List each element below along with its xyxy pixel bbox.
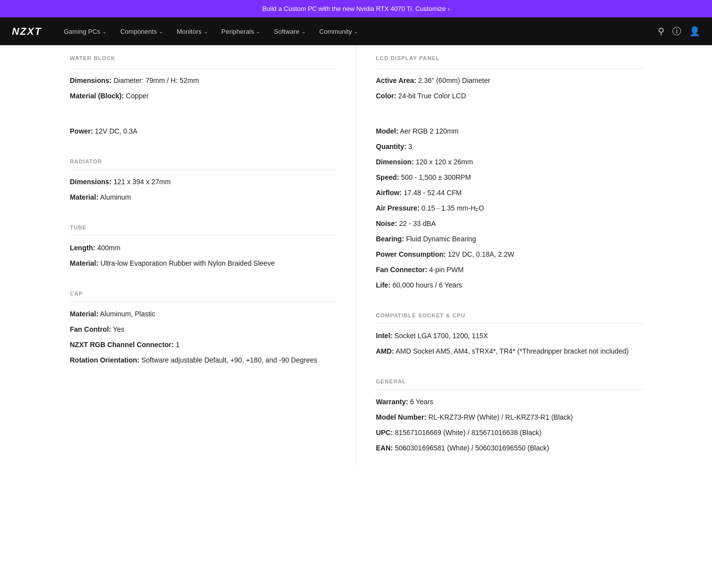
help-icon[interactable]: ⓘ	[672, 25, 681, 37]
general-upc: UPC: 815671016669 (White) / 815671016638…	[376, 428, 642, 438]
lcd-color-label: Color:	[376, 92, 396, 100]
nav-item-software[interactable]: Software ⌄	[268, 17, 311, 45]
water-block-dimensions: Dimensions: Diameter: 79mm / H: 52mm	[70, 75, 336, 86]
navbar-actions: ⚲ ⓘ 👤	[658, 25, 700, 37]
nav-item-components[interactable]: Components ⌄	[114, 17, 169, 45]
chevron-down-icon: ⌄	[204, 29, 208, 34]
cap-material-label: Material:	[70, 310, 99, 318]
compatible-socket-section: COMPATIBLE SOCKET & CPU Intel: Socket LG…	[376, 302, 642, 357]
tube-material-label: Material:	[70, 259, 99, 267]
right-column: LCD DISPLAY PANEL Active Area: 2.36" (60…	[356, 45, 642, 465]
logo[interactable]: NZXT	[12, 26, 42, 37]
nav-item-monitors[interactable]: Monitors ⌄	[171, 17, 214, 45]
tube-length: Length: 400mm	[70, 243, 336, 253]
socket-intel: Intel: Socket LGA 1700, 1200, 115X	[376, 331, 642, 341]
cap-divider	[70, 301, 336, 302]
fan-section: Model: Aer RGB 2 120mm Quantity: 3 Dimen…	[376, 116, 642, 291]
navbar: NZXT Gaming PCs ⌄ Components ⌄ Monitors …	[0, 17, 712, 45]
lcd-color: Color: 24-bit True Color LCD	[376, 91, 642, 101]
fan-power-consumption: Power Consumption: 12V DC, 0.18A, 2.2W	[376, 249, 642, 260]
fan-noise-label: Noise:	[376, 220, 397, 227]
cap-rgb-connector: NZXT RGB Channel Connector: 1	[70, 340, 336, 350]
nav-item-peripherals[interactable]: Peripherals ⌄	[216, 17, 266, 45]
fan-model-label: Model:	[376, 127, 398, 135]
socket-amd-label: AMD:	[376, 347, 395, 355]
fan-bearing-label: Bearing:	[376, 235, 404, 243]
chevron-down-icon: ⌄	[256, 29, 260, 34]
nav-label-components: Components	[120, 28, 157, 35]
tube-section: TUBE Length: 400mm Material: Ultra-low E…	[70, 215, 336, 269]
lcd-active-area-label: Active Area:	[376, 76, 416, 84]
general-title: GENERAL	[376, 378, 642, 384]
search-icon[interactable]: ⚲	[658, 26, 664, 37]
tube-title: TUBE	[70, 224, 336, 230]
lcd-title: LCD DISPLAY PANEL	[376, 55, 642, 61]
fan-airflow-label: Airflow:	[376, 189, 402, 197]
fan-quantity-label: Quantity:	[376, 143, 406, 150]
nav-label-community: Community	[319, 28, 352, 35]
tube-material: Material: Ultra-low Evaporation Rubber w…	[70, 258, 336, 269]
fan-speed: Speed: 500 - 1,500 ± 300RPM	[376, 172, 642, 183]
account-icon[interactable]: 👤	[689, 26, 700, 37]
water-block-divider	[70, 68, 336, 69]
water-block-section: WATER BLOCK Dimensions: Diameter: 79mm /…	[70, 45, 336, 116]
lcd-section: LCD DISPLAY PANEL Active Area: 2.36" (60…	[376, 45, 642, 116]
power-section: Power: 12V DC, 0.3A	[70, 116, 336, 137]
radiator-material: Material: Aluminum	[70, 192, 336, 203]
nav-item-community[interactable]: Community ⌄	[314, 17, 364, 45]
water-block-dimensions-label: Dimensions:	[70, 76, 112, 84]
socket-intel-label: Intel:	[376, 332, 393, 340]
water-block-material: Material (Block): Copper	[70, 91, 336, 101]
nav-label-peripherals: Peripherals	[222, 28, 254, 35]
nav-label-gaming-pcs: Gaming PCs	[64, 28, 100, 35]
fan-airflow: Airflow: 17.48 - 52.44 CFM	[376, 188, 642, 198]
radiator-dimensions-label: Dimensions:	[70, 178, 112, 186]
fan-noise: Noise: 22 - 33 dBA	[376, 219, 642, 229]
general-divider	[376, 389, 642, 390]
chevron-down-icon: ⌄	[159, 29, 163, 34]
chevron-down-icon: ⌄	[354, 29, 358, 34]
socket-amd: AMD: AMD Socket AM5, AM4, sTRX4*, TR4* (…	[376, 346, 642, 357]
compatible-socket-divider	[376, 323, 642, 324]
power-label: Power:	[70, 127, 93, 135]
nav-label-monitors: Monitors	[177, 28, 202, 35]
general-model-number-label: Model Number:	[376, 413, 427, 421]
cap-rgb-connector-label: NZXT RGB Channel Connector:	[70, 341, 174, 349]
fan-connector-label: Fan Connector:	[376, 266, 427, 274]
fan-connector: Fan Connector: 4-pin PWM	[376, 265, 642, 275]
compatible-socket-title: COMPATIBLE SOCKET & CPU	[376, 312, 642, 318]
page-content: WATER BLOCK Dimensions: Diameter: 79mm /…	[58, 45, 654, 465]
general-section: GENERAL Warranty: 6 Years Model Number: …	[376, 368, 642, 453]
tube-length-label: Length:	[70, 244, 95, 252]
general-warranty-label: Warranty:	[376, 398, 408, 406]
promo-banner[interactable]: Build a Custom PC with the new Nvidia RT…	[0, 0, 712, 17]
fan-bearing: Bearing: Fluid Dynamic Bearing	[376, 234, 642, 244]
promo-arrow: ›	[448, 5, 450, 12]
cap-title: CAP	[70, 291, 336, 296]
nav-item-gaming-pcs[interactable]: Gaming PCs ⌄	[58, 17, 112, 45]
chevron-down-icon: ⌄	[102, 29, 106, 34]
radiator-dimensions: Dimensions: 121 x 394 x 27mm	[70, 177, 336, 187]
general-upc-label: UPC:	[376, 429, 393, 437]
cap-rotation: Rotation Orientation: Software adjustabl…	[70, 355, 336, 366]
lcd-divider	[376, 68, 642, 69]
fan-quantity: Quantity: 3	[376, 142, 642, 152]
general-ean: EAN: 5060301696581 (White) / 50603016965…	[376, 443, 642, 453]
cap-fan-control: Fan Control: Yes	[70, 324, 336, 335]
nav-label-software: Software	[274, 28, 299, 35]
cap-rotation-label: Rotation Orientation:	[70, 356, 140, 364]
water-block-material-label: Material (Block):	[70, 92, 124, 100]
fan-air-pressure: Air Pressure: 0.15 - 1.35 mm-H₂O	[376, 203, 642, 214]
fan-air-pressure-label: Air Pressure:	[376, 204, 420, 212]
tube-divider	[70, 235, 336, 236]
chevron-down-icon: ⌄	[302, 29, 306, 34]
general-ean-label: EAN:	[376, 444, 393, 452]
fan-speed-label: Speed:	[376, 173, 399, 181]
cap-material: Material: Aluminum, Plastic	[70, 309, 336, 319]
radiator-material-label: Material:	[70, 193, 99, 201]
radiator-divider	[70, 169, 336, 170]
lcd-active-area: Active Area: 2.36" (60mm) Diameter	[376, 75, 642, 86]
water-block-title: WATER BLOCK	[70, 55, 336, 61]
fan-model: Model: Aer RGB 2 120mm	[376, 126, 642, 137]
fan-dimension: Dimension: 120 x 120 x 26mm	[376, 157, 642, 167]
